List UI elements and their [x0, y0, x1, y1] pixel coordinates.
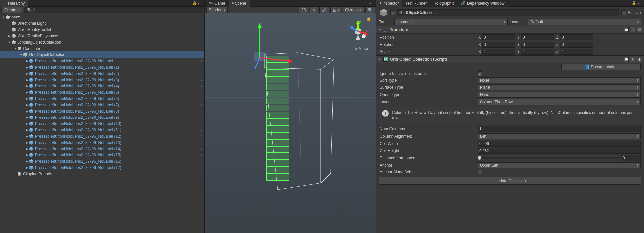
rotation-z-field[interactable]: 0 [560, 42, 593, 48]
static-checkbox[interactable] [621, 10, 626, 15]
expand-toggle[interactable]: ▼ [378, 28, 381, 31]
hierarchy-item[interactable]: ▶PressableButtonHoloLens2_32x96_NoLabel … [0, 70, 204, 77]
scale-y-field[interactable]: 1 [521, 49, 554, 55]
hierarchy-item[interactable]: ▶PressableButtonHoloLens2_32x96_NoLabel … [0, 127, 204, 133]
scale-x-field[interactable]: 1 [482, 49, 515, 55]
audio-toggle[interactable]: 🔊 [319, 7, 329, 13]
hierarchy-item[interactable]: ▶PressableButtonHoloLens2_32x96_NoLabel … [0, 158, 204, 164]
panel-menu-icon[interactable]: ▾☰ [638, 2, 642, 5]
tab-hierarchy[interactable]: ☷ Hierarchy [0, 0, 28, 7]
panel-menu-icon[interactable]: ▾☰ [370, 2, 374, 5]
panel-menu-icon[interactable]: ▾☰ [198, 2, 202, 5]
gear-icon[interactable]: ⚙ [637, 57, 642, 62]
distance-slider[interactable] [478, 157, 619, 159]
hierarchy-item[interactable]: ▶PressableButtonHoloLens2_32x96_NoLabel … [0, 146, 204, 152]
cell-height-field[interactable]: 0.032 [478, 148, 641, 154]
help-icon[interactable]: 📖 [624, 27, 629, 32]
prefab-open-icon[interactable]: › [201, 65, 202, 69]
hierarchy-search-input[interactable]: 🔍 All [24, 7, 203, 13]
expand-toggle[interactable]: ▶ [25, 160, 29, 163]
expand-toggle[interactable]: ▶ [25, 122, 29, 125]
view-gizmo[interactable]: y x z [346, 20, 370, 43]
scene-search-input[interactable]: 🔍 [365, 7, 375, 13]
position-y-field[interactable]: 0 [521, 34, 554, 40]
prefab-open-icon[interactable]: › [201, 128, 202, 132]
distance-field[interactable]: 0 [621, 155, 641, 161]
expand-toggle[interactable]: ▶ [25, 78, 29, 82]
hierarchy-item[interactable]: ▼Container [0, 45, 204, 51]
hierarchy-item[interactable]: Directional Light [0, 20, 204, 26]
hierarchy-item[interactable]: ▶PressableButtonHoloLens2_32x96_NoLabel … [0, 102, 204, 108]
expand-toggle[interactable]: ▶ [7, 34, 11, 38]
hierarchy-item[interactable]: MixedRealityToolkit [0, 26, 204, 33]
expand-toggle[interactable]: ▶ [25, 103, 29, 107]
expand-toggle[interactable]: ▶ [25, 91, 29, 94]
expand-toggle[interactable]: ▶ [25, 110, 29, 113]
hierarchy-item[interactable]: ▶PressableButtonHoloLens2_32x96_NoLabel … [0, 139, 204, 146]
tab-game[interactable]: 🎮 Game [205, 0, 229, 7]
layer-dropdown[interactable]: Default‡ [528, 19, 641, 25]
rotation-y-field[interactable]: 0 [521, 42, 554, 48]
expand-toggle[interactable]: ▶ [25, 66, 29, 69]
prefab-open-icon[interactable]: › [201, 166, 202, 169]
hierarchy-item[interactable]: ▶PressableButtonHoloLens2_32x96_NoLabel … [0, 133, 204, 139]
expand-toggle[interactable]: ▼ [19, 53, 23, 56]
ignore-inactive-checkbox[interactable]: ✓ [478, 71, 482, 76]
lighting-toggle[interactable]: ☀ [310, 7, 318, 13]
anchor-along-checkbox[interactable] [478, 170, 482, 174]
surface-type-dropdown[interactable]: Plane‡ [478, 84, 641, 90]
cell-width-field[interactable]: 0.096 [478, 141, 641, 147]
prefab-open-icon[interactable]: › [201, 72, 202, 75]
expand-toggle[interactable]: ▶ [25, 128, 29, 132]
prefab-open-icon[interactable]: › [201, 90, 202, 94]
gear-icon[interactable]: ⚙ [637, 27, 642, 32]
position-z-field[interactable]: 0 [560, 34, 593, 40]
expand-toggle[interactable]: ▶ [25, 153, 29, 157]
expand-toggle[interactable]: ▶ [25, 116, 29, 119]
hierarchy-item[interactable]: ▶PressableButtonHoloLens2_32x96_NoLabel … [0, 64, 204, 70]
expand-toggle[interactable]: ▼ [1, 16, 5, 19]
hierarchy-item[interactable]: ▶PressableButtonHoloLens2_32x96_NoLabel … [0, 114, 204, 120]
expand-toggle[interactable]: ▼ [378, 58, 381, 61]
hierarchy-item[interactable]: ▶PressableButtonHoloLens2_32x96_NoLabel … [0, 83, 204, 89]
viewport-lock-icon[interactable]: 🔓 [366, 17, 371, 21]
rotation-x-field[interactable]: 0 [482, 42, 515, 48]
hierarchy-item[interactable]: ▶PressableButtonHoloLens2_32x96_NoLabel … [0, 164, 204, 171]
expand-toggle[interactable]: ▶ [25, 166, 29, 169]
prefab-open-icon[interactable]: › [201, 97, 202, 100]
hierarchy-item[interactable]: ▶PressableButtonHoloLens2_32x96_NoLabel … [0, 77, 204, 83]
layout-dropdown[interactable]: Column Then Row‡ [478, 99, 641, 105]
create-button[interactable]: Create ▾ [1, 7, 22, 13]
prefab-open-icon[interactable]: › [201, 59, 202, 63]
tab-holographic[interactable]: Holographic [430, 0, 458, 7]
hierarchy-item[interactable]: ▶PressableButtonHoloLens2_32x96_NoLabel … [0, 152, 204, 158]
scale-z-field[interactable]: 1 [560, 49, 593, 55]
column-alignment-dropdown[interactable]: Left‡ [478, 133, 641, 139]
grid-component-header[interactable]: ▼ c# Grid Object Collection (Script) 📖 ⎘… [376, 55, 644, 63]
hierarchy-item[interactable]: ▶PressableButtonHoloLens2_32x96_NoLabel … [0, 89, 204, 95]
prefab-open-icon[interactable]: › [201, 147, 202, 150]
scene-viewport[interactable]: y x z 🔓 ⋜ Persp [205, 13, 376, 233]
mode-2d-toggle[interactable]: 2D [299, 7, 308, 13]
documentation-button[interactable]: 📘 Documentation [561, 64, 641, 70]
expand-toggle[interactable]: ▼ [13, 47, 17, 50]
prefab-open-icon[interactable]: › [201, 141, 202, 144]
fx-toggle[interactable]: ▧▾ [330, 7, 341, 13]
prefab-open-icon[interactable]: › [201, 134, 202, 138]
expand-toggle[interactable]: ▶ [25, 72, 29, 75]
perspective-label[interactable]: ⋜ Persp [354, 46, 368, 51]
prefab-open-icon[interactable]: › [201, 84, 202, 88]
transform-header[interactable]: ▼ Transform 📖 ⎘ ⚙ [376, 26, 644, 34]
hierarchy-item[interactable]: Clipping Bounds [0, 171, 204, 177]
anchor-dropdown[interactable]: Upper Left‡ [478, 162, 641, 168]
move-gizmo[interactable] [253, 23, 299, 83]
num-columns-field[interactable]: 1 [478, 126, 641, 132]
prefab-open-icon[interactable]: › [201, 159, 202, 163]
hierarchy-item[interactable]: ▶PressableButtonHoloLens2_32x96_NoLabel … [0, 95, 204, 102]
prefab-open-icon[interactable]: › [201, 116, 202, 119]
prefab-open-icon[interactable]: › [201, 78, 202, 82]
preset-icon[interactable]: ⎘ [630, 57, 635, 62]
active-checkbox[interactable]: ✓ [390, 10, 395, 15]
hierarchy-item[interactable]: ▼GridObjectCollection [0, 51, 204, 58]
hierarchy-item[interactable]: ▶PressableButtonHoloLens2_32x96_NoLabel› [0, 58, 204, 64]
